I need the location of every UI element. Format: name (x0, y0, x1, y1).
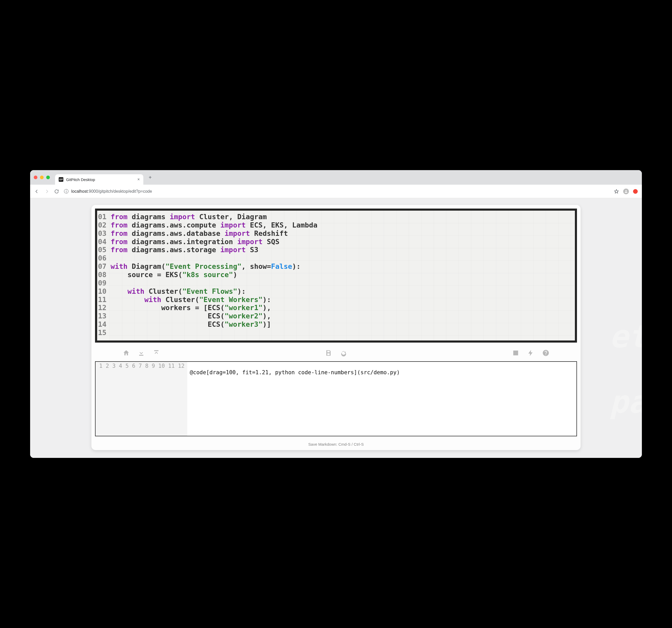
title-bar: GP GitPitch Desktop × + (30, 170, 642, 185)
url-port: :9000 (88, 189, 98, 193)
code-content (111, 329, 115, 337)
extension-badge-icon[interactable] (633, 189, 638, 194)
line-number: 01 (97, 213, 111, 221)
editor-card: 01from diagrams import Cluster, Diagram0… (91, 205, 581, 450)
line-number: 02 (97, 221, 111, 229)
line-number: 05 (97, 246, 111, 254)
background-code-hint: et pa ar d( (591, 320, 642, 458)
line-number: 10 (97, 287, 111, 296)
tab-title: GitPitch Desktop (66, 178, 95, 182)
code-line: 15 (97, 329, 575, 337)
url-host: localhost (71, 189, 88, 193)
help-icon[interactable] (542, 349, 549, 356)
code-line: 04from diagrams.aws.integration import S… (97, 238, 575, 246)
window-minimize-dot[interactable] (40, 176, 44, 179)
code-line: 13 ECS("worker2"), (97, 312, 575, 320)
code-content (111, 279, 115, 287)
window-zoom-dot[interactable] (46, 176, 50, 179)
code-content: with Cluster("Event Workers"): (111, 296, 271, 304)
window-close-dot[interactable] (34, 176, 38, 179)
new-tab-button[interactable]: + (146, 173, 154, 182)
image-icon[interactable] (512, 349, 519, 356)
code-content: ECS("worker2"), (111, 312, 271, 320)
code-content: with Diagram("Event Processing", show=Fa… (111, 262, 301, 271)
iconbar-left-group (123, 349, 160, 356)
code-line: 10 with Cluster("Event Flows"): (97, 287, 575, 296)
line-number: 03 (97, 229, 111, 238)
code-line: 07with Diagram("Event Processing", show=… (97, 262, 575, 271)
browser-tab[interactable]: GP GitPitch Desktop × (55, 174, 143, 185)
bookmark-star-icon[interactable] (614, 189, 619, 194)
editor-gutter: 1 2 3 4 5 6 7 8 9 10 11 12 (96, 362, 187, 436)
profile-avatar-icon[interactable] (623, 189, 629, 194)
line-number: 07 (97, 262, 111, 271)
code-content: from diagrams.aws.storage import S3 (111, 246, 258, 254)
action-icon-bar (91, 346, 581, 361)
address-bar[interactable]: ⓘ localhost:9000/gitpitch/desktop/edit?p… (64, 188, 609, 194)
markdown-editor[interactable]: 1 2 3 4 5 6 7 8 9 10 11 12 @code[drag=10… (95, 361, 577, 436)
code-content: from diagrams.aws.compute import ECS, EK… (111, 221, 317, 229)
reload-icon[interactable] (54, 189, 59, 194)
code-line: 03from diagrams.aws.database import Reds… (97, 229, 575, 238)
tab-favicon: GP (59, 177, 63, 182)
code-content: source = EKS("k8s source") (111, 271, 237, 279)
browser-window: GP GitPitch Desktop × + ⓘ localhost:9000… (30, 170, 642, 458)
url-path: /gitpitch/desktop/edit?p=code (98, 189, 152, 193)
page-content: et pa ar d( 01from diagrams import Clust… (30, 198, 642, 458)
iconbar-center-group (325, 349, 347, 356)
line-number: 11 (97, 296, 111, 304)
line-number: 14 (97, 320, 111, 329)
code-content: workers = [ECS("worker1"), (111, 304, 271, 312)
download-icon[interactable] (138, 349, 145, 356)
code-line: 06 (97, 254, 575, 262)
code-line: 11 with Cluster("Event Workers"): (97, 296, 575, 304)
site-info-icon[interactable]: ⓘ (64, 188, 69, 194)
code-line: 08 source = EKS("k8s source") (97, 271, 575, 279)
code-line: 05from diagrams.aws.storage import S3 (97, 246, 575, 254)
line-number: 09 (97, 279, 111, 287)
forward-icon[interactable] (44, 189, 49, 194)
tab-close-icon[interactable]: × (137, 177, 140, 182)
code-line: 12 workers = [ECS("worker1"), (97, 304, 575, 312)
line-number: 13 (97, 312, 111, 320)
line-number: 04 (97, 238, 111, 246)
code-content: with Cluster("Event Flows"): (111, 287, 246, 296)
toolbar-right-icons (614, 189, 638, 194)
refresh-icon[interactable] (340, 349, 347, 356)
home-icon[interactable] (123, 349, 130, 356)
status-bar: Save Markdown: Cmd-S / Ctrl-S (91, 440, 581, 450)
code-line: 09 (97, 279, 575, 287)
code-line: 02from diagrams.aws.compute import ECS, … (97, 221, 575, 229)
slide-preview: 01from diagrams import Cluster, Diagram0… (95, 209, 577, 343)
line-number: 08 (97, 271, 111, 279)
code-content: ECS("worker3")] (111, 320, 271, 329)
upload-icon[interactable] (153, 349, 160, 356)
code-content: from diagrams.aws.database import Redshi… (111, 229, 288, 238)
browser-toolbar: ⓘ localhost:9000/gitpitch/desktop/edit?p… (30, 185, 642, 198)
iconbar-right-group (512, 349, 549, 356)
back-icon[interactable] (34, 189, 40, 194)
code-line: 14 ECS("worker3")] (97, 320, 575, 329)
line-number: 15 (97, 329, 111, 337)
code-content (111, 254, 115, 262)
editor-content[interactable]: @code[drag=100, fit=1.21, python code-li… (187, 362, 576, 436)
window-controls (34, 176, 50, 179)
code-line: 01from diagrams import Cluster, Diagram (97, 213, 575, 221)
line-number: 12 (97, 304, 111, 312)
line-number: 06 (97, 254, 111, 262)
code-content: from diagrams.aws.integration import SQS (111, 238, 280, 246)
bolt-icon[interactable] (527, 349, 534, 356)
save-icon[interactable] (325, 349, 332, 356)
code-content: from diagrams import Cluster, Diagram (111, 213, 267, 221)
